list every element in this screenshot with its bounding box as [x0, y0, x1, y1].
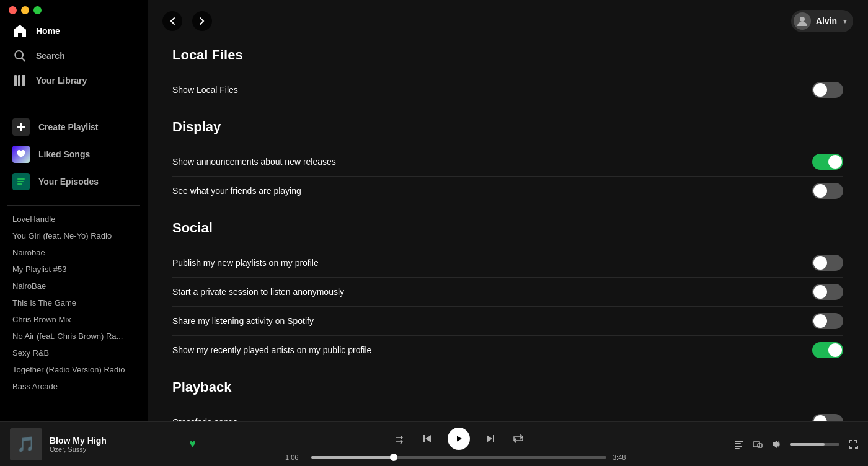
- nav-arrows: [162, 11, 212, 31]
- close-button[interactable]: [9, 6, 17, 14]
- minimize-button[interactable]: [21, 6, 29, 14]
- svg-rect-10: [735, 448, 740, 449]
- svg-point-6: [800, 17, 805, 22]
- svg-rect-5: [17, 183, 22, 185]
- volume-icon[interactable]: [771, 439, 781, 449]
- now-playing-bar: 🎵 Blow My High Ozer, Sussy ♥: [0, 421, 868, 466]
- settings-content: Local Files Show Local Files Display Sho…: [148, 37, 868, 421]
- list-item[interactable]: This Is The Game: [5, 294, 143, 311]
- settings-label: Share my listening activity on Spotify: [172, 316, 812, 326]
- settings-row: Show my recently played artists on my pu…: [172, 336, 843, 364]
- settings-row: Start a private session to listen anonym…: [172, 278, 843, 307]
- fullscreen-icon[interactable]: [848, 439, 858, 449]
- settings-label: Crossfade songs: [172, 417, 812, 421]
- repeat-button[interactable]: [511, 431, 526, 446]
- main-content: Alvin ▼ Local Files Show Local Files Dis…: [148, 0, 868, 421]
- settings-section-local-files: Local Files Show Local Files: [172, 47, 843, 104]
- publish-playlists-toggle[interactable]: [812, 255, 843, 271]
- your-episodes-item[interactable]: Your Episodes: [5, 168, 143, 195]
- sidebar-item-home[interactable]: Home: [5, 19, 143, 43]
- list-item[interactable]: LoveHandle: [5, 211, 143, 227]
- friends-playing-toggle[interactable]: [812, 183, 843, 199]
- toggle-knob: [828, 155, 842, 169]
- progress-fill: [311, 456, 394, 459]
- episodes-icon: [12, 173, 30, 190]
- play-pause-button[interactable]: [448, 428, 470, 450]
- list-item[interactable]: My Playlist #53: [5, 261, 143, 278]
- section-title-local-files: Local Files: [172, 47, 843, 63]
- share-activity-toggle[interactable]: [812, 313, 843, 329]
- sidebar-item-search[interactable]: Search: [5, 43, 143, 68]
- list-item[interactable]: Chris Brown Mix: [5, 311, 143, 328]
- app-container: Home Search Your Library: [0, 0, 868, 421]
- now-playing-right: [722, 439, 858, 449]
- user-menu[interactable]: Alvin ▼: [791, 10, 853, 32]
- library-icon: [12, 73, 27, 88]
- settings-row: Show announcements about new releases: [172, 147, 843, 177]
- avatar: [794, 12, 811, 30]
- maximize-button[interactable]: [33, 6, 42, 14]
- svg-rect-2: [22, 75, 25, 86]
- settings-label: Start a private session to listen anonym…: [172, 287, 812, 297]
- crossfade-toggle[interactable]: [812, 414, 843, 421]
- toggle-knob: [813, 314, 827, 328]
- settings-row: Publish my new playlists on my profile: [172, 248, 843, 278]
- settings-label: Publish my new playlists on my profile: [172, 258, 812, 268]
- queue-icon[interactable]: [734, 439, 744, 449]
- toggle-knob: [813, 256, 827, 270]
- track-artist: Ozer, Sussy: [50, 446, 182, 453]
- toggle-knob: [813, 83, 827, 97]
- show-announcements-toggle[interactable]: [812, 154, 843, 170]
- now-playing-center: 1:06 3:48: [196, 428, 722, 461]
- progress-track[interactable]: [311, 456, 606, 459]
- settings-label: See what your friends are playing: [172, 186, 812, 196]
- list-item[interactable]: Nairobae: [5, 244, 143, 261]
- svg-rect-1: [18, 75, 20, 86]
- list-item[interactable]: Together (Radio Version) Radio: [5, 361, 143, 378]
- chevron-down-icon: ▼: [842, 18, 848, 25]
- settings-row: See what your friends are playing: [172, 177, 843, 205]
- track-name: Blow My High: [50, 436, 182, 446]
- settings-section-social: Social Publish my new playlists on my pr…: [172, 220, 843, 364]
- list-item[interactable]: Sexy R&B: [5, 345, 143, 361]
- toggle-knob: [813, 184, 827, 198]
- sidebar-item-library[interactable]: Your Library: [5, 68, 143, 93]
- liked-songs-item[interactable]: Liked Songs: [5, 141, 143, 168]
- home-icon: [12, 24, 27, 38]
- section-title-display: Display: [172, 119, 843, 135]
- create-playlist-item[interactable]: Create Playlist: [5, 113, 143, 141]
- toggle-knob: [813, 285, 827, 299]
- previous-button[interactable]: [419, 431, 435, 447]
- settings-row: Show Local Files: [172, 76, 843, 104]
- section-title-playback: Playback: [172, 379, 843, 395]
- settings-section-playback: Playback Crossfade songs Automix - Allow…: [172, 379, 843, 421]
- show-local-files-toggle[interactable]: [812, 82, 843, 98]
- traffic-lights: [9, 6, 42, 14]
- list-item[interactable]: Bass Arcade: [5, 378, 143, 395]
- private-session-toggle[interactable]: [812, 284, 843, 300]
- svg-rect-4: [17, 181, 24, 182]
- devices-icon[interactable]: [753, 439, 763, 449]
- recently-played-toggle[interactable]: [812, 342, 843, 358]
- plus-icon: [12, 118, 30, 136]
- shuffle-button[interactable]: [392, 431, 407, 446]
- search-icon: [12, 48, 27, 63]
- sidebar-divider-1: [7, 108, 140, 108]
- list-item[interactable]: No Air (feat. Chris Brown) Ra...: [5, 328, 143, 345]
- back-button[interactable]: [162, 11, 182, 31]
- user-name: Alvin: [816, 16, 837, 26]
- next-button[interactable]: [482, 431, 498, 447]
- settings-label: Show my recently played artists on my pu…: [172, 345, 812, 355]
- list-item[interactable]: You Girl (feat. Ne-Yo) Radio: [5, 227, 143, 244]
- list-item[interactable]: NairoBae: [5, 278, 143, 294]
- toggle-knob: [813, 415, 827, 421]
- player-controls: [392, 428, 526, 450]
- now-playing-left: 🎵 Blow My High Ozer, Sussy ♥: [10, 428, 196, 460]
- settings-label: Show Local Files: [172, 85, 812, 95]
- volume-track[interactable]: [790, 443, 839, 446]
- svg-rect-3: [17, 178, 25, 180]
- like-button[interactable]: ♥: [189, 437, 196, 451]
- forward-button[interactable]: [192, 11, 212, 31]
- track-info: Blow My High Ozer, Sussy: [50, 436, 182, 453]
- total-time: 3:48: [613, 454, 632, 461]
